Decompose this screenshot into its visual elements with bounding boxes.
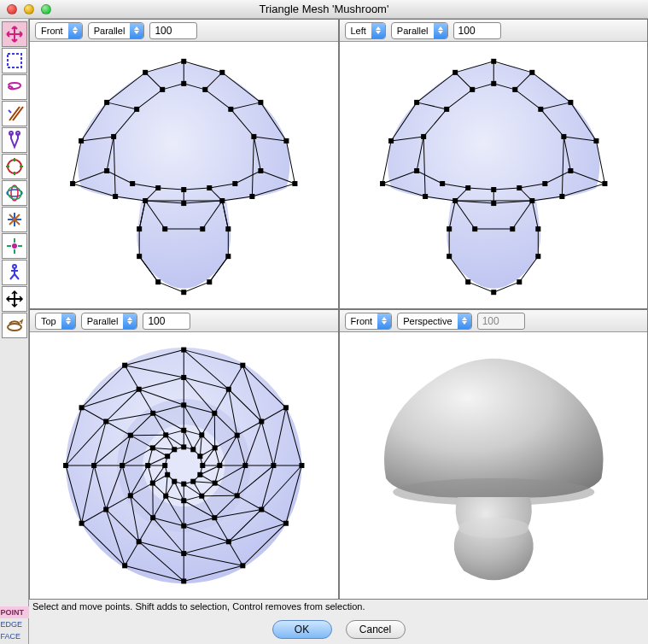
svg-rect-49 (111, 134, 116, 139)
svg-rect-37 (143, 70, 148, 75)
camera-select-bl[interactable]: Top (35, 313, 76, 330)
svg-rect-35 (79, 138, 84, 143)
status-bar: Select and move points. Shift adds to se… (29, 600, 648, 615)
svg-rect-38 (181, 59, 186, 64)
cancel-button[interactable]: Cancel (346, 620, 406, 639)
svg-rect-63 (162, 226, 167, 231)
svg-rect-112 (561, 134, 566, 139)
projection-select-br[interactable]: Perspective (397, 313, 471, 330)
vertex-tool[interactable] (2, 233, 27, 259)
svg-rect-56 (258, 168, 263, 173)
svg-rect-124 (535, 254, 540, 259)
rotate-tool[interactable] (2, 154, 27, 179)
svg-point-6 (5, 184, 23, 202)
svg-rect-276 (150, 481, 155, 486)
svg-rect-272 (213, 481, 218, 486)
camera-select-tr[interactable]: Left (345, 22, 386, 39)
svg-rect-243 (122, 363, 127, 368)
svg-rect-287 (172, 479, 177, 484)
svg-rect-103 (452, 198, 458, 203)
svg-rect-44 (219, 198, 225, 203)
svg-rect-283 (200, 463, 205, 468)
viewport-br[interactable] (340, 332, 648, 599)
svg-rect-50 (134, 107, 139, 112)
chevron-updown-icon (123, 313, 137, 329)
view-angle-tool[interactable] (2, 313, 27, 338)
svg-rect-232 (181, 348, 186, 353)
svg-rect-245 (226, 387, 231, 392)
svg-rect-60 (155, 185, 161, 190)
viewport-tl[interactable] (30, 42, 338, 308)
lasso-tool[interactable] (2, 74, 27, 100)
svg-rect-274 (181, 498, 186, 503)
ok-button[interactable]: OK (272, 620, 332, 639)
svg-rect-115 (517, 185, 522, 190)
tweak-tool[interactable] (2, 101, 27, 126)
svg-rect-45 (181, 201, 186, 206)
chevron-updown-icon (458, 313, 471, 329)
chevron-updown-icon (371, 23, 385, 38)
svg-rect-102 (491, 201, 496, 206)
svg-rect-235 (299, 463, 304, 468)
bone-tool[interactable] (2, 127, 27, 153)
svg-rect-288 (165, 472, 170, 477)
svg-rect-46 (143, 198, 148, 203)
svg-rect-43 (249, 194, 254, 199)
move-tool[interactable] (2, 21, 27, 47)
crosshair-tool[interactable] (2, 286, 27, 312)
svg-rect-111 (538, 107, 543, 112)
projection-select-bl[interactable]: Parallel (81, 313, 138, 330)
svg-rect-238 (181, 578, 186, 583)
svg-rect-246 (259, 419, 264, 424)
svg-rect-94 (452, 70, 458, 75)
zoom-input-tr[interactable] (453, 22, 501, 39)
skeleton-tool[interactable] (2, 260, 27, 285)
svg-rect-263 (150, 515, 155, 520)
svg-rect-256 (181, 402, 186, 407)
svg-rect-39 (219, 70, 225, 75)
camera-select-tl[interactable]: Front (35, 22, 83, 39)
svg-rect-114 (542, 181, 547, 186)
svg-rect-258 (235, 433, 240, 438)
svg-rect-122 (535, 226, 540, 231)
select-region-tool[interactable] (2, 48, 27, 73)
zoom-input-tl[interactable] (149, 22, 197, 39)
svg-rect-270 (213, 445, 218, 450)
svg-point-293 (458, 518, 529, 538)
svg-rect-68 (155, 279, 161, 284)
selmode-face[interactable]: FACE (0, 630, 29, 642)
snap-tool[interactable] (2, 207, 27, 232)
svg-rect-253 (91, 463, 96, 468)
zoom-input-br (477, 313, 525, 330)
projection-select-tl[interactable]: Parallel (88, 22, 145, 39)
svg-rect-105 (414, 168, 419, 173)
svg-rect-119 (447, 226, 452, 231)
projection-select-tr[interactable]: Parallel (391, 22, 448, 39)
svg-rect-261 (212, 515, 217, 520)
svg-rect-267 (150, 411, 155, 416)
viewport-bl[interactable] (30, 332, 338, 599)
viewport-tr[interactable] (340, 42, 648, 308)
svg-rect-51 (160, 87, 165, 92)
svg-rect-244 (181, 375, 186, 380)
zoom-input-bl[interactable] (143, 313, 190, 330)
svg-rect-249 (226, 539, 231, 544)
svg-rect-116 (491, 187, 496, 192)
svg-rect-279 (163, 432, 168, 437)
close-window-button[interactable] (7, 4, 17, 15)
svg-rect-286 (181, 482, 186, 487)
svg-rect-34 (70, 181, 75, 186)
svg-rect-273 (199, 494, 204, 499)
svg-rect-97 (568, 100, 573, 105)
svg-rect-289 (162, 463, 167, 468)
camera-select-br[interactable]: Front (345, 313, 393, 330)
orbit-tool[interactable] (2, 180, 27, 206)
svg-rect-0 (8, 54, 21, 67)
svg-rect-93 (414, 100, 419, 105)
selmode-point[interactable]: POINT (0, 606, 29, 618)
tool-strip: POINT EDGE FACE (0, 19, 29, 644)
zoom-window-button[interactable] (41, 4, 51, 15)
minimize-window-button[interactable] (24, 4, 34, 15)
selmode-edge[interactable]: EDGE (0, 618, 29, 630)
svg-rect-275 (163, 494, 168, 499)
